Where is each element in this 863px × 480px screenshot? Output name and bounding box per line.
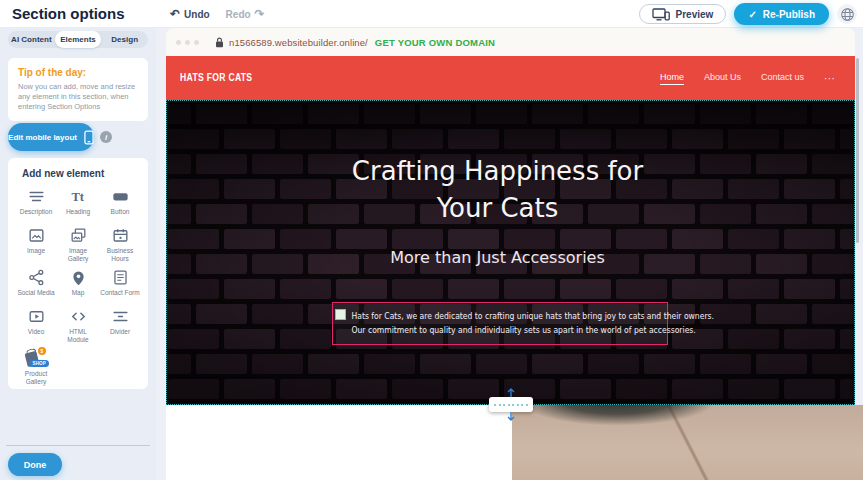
tip-body: Now you can add, move and resize any ele… (18, 82, 138, 112)
info-icon[interactable]: i (100, 131, 112, 143)
shop-badge: SHOP (29, 360, 49, 367)
hero-paragraph-line: Our commitment to quality and individual… (352, 323, 649, 337)
next-section-carpet-photo[interactable] (512, 405, 863, 480)
video-icon (27, 307, 46, 326)
topbar-actions: Preview ✓ Re-Publish (639, 0, 857, 28)
sidebar-tabs: AI Content Elements Design (8, 31, 148, 48)
add-element-divider[interactable]: Divider (99, 307, 141, 343)
undo-button[interactable]: ↶ Undo (170, 8, 210, 20)
tab-elements[interactable]: Elements (55, 31, 102, 48)
social-media-icon (27, 268, 46, 287)
arrow-down-icon (506, 412, 516, 421)
hero-paragraph-lines: Hats for Cats, we are dedicated to craft… (335, 309, 665, 337)
add-element-product-gallery[interactable]: $ SHOP Product Gallery (15, 349, 57, 385)
hero-subheading[interactable]: More than Just Accessories (167, 248, 828, 267)
page-title: Section options (12, 5, 125, 22)
add-element-contact-form[interactable]: Contact Form (99, 268, 141, 301)
add-element-image-gallery[interactable]: Image Gallery (57, 226, 99, 262)
preview-button[interactable]: Preview (639, 4, 727, 24)
hero-paragraph-selected[interactable]: Hats for Cats, we are dedicated to craft… (332, 302, 668, 345)
arrow-up-icon (506, 388, 516, 397)
phone-icon (84, 130, 94, 145)
tip-title: Tip of the day: (18, 67, 138, 78)
done-button[interactable]: Done (8, 453, 62, 476)
hero-content: Crafting Happiness for Your Cats More th… (167, 101, 854, 404)
tip-of-the-day-card: Tip of the day: Now you can add, move an… (8, 58, 148, 121)
devices-icon (652, 8, 670, 21)
hero-section-selected[interactable]: Crafting Happiness for Your Cats More th… (166, 100, 855, 405)
html-module-icon (69, 307, 88, 326)
add-element-title: Add new element (22, 168, 141, 179)
new-badge: $ (38, 347, 46, 355)
next-section-blank[interactable] (166, 405, 512, 480)
heading-icon: Tt (69, 187, 88, 206)
redo-icon: ↷ (255, 8, 265, 20)
element-resize-handle[interactable] (335, 309, 346, 320)
add-element-business-hours[interactable]: Business Hours (99, 226, 141, 262)
add-element-video[interactable]: Video (15, 307, 57, 343)
hero-heading[interactable]: Crafting Happiness for Your Cats (333, 153, 663, 227)
undo-label: Undo (184, 9, 210, 20)
add-new-element-panel: Add new element Description Tt Heading B… (8, 158, 148, 389)
product-gallery-icon: $ SHOP (24, 349, 48, 368)
divider-icon (111, 307, 130, 326)
redo-label: Redo (226, 9, 251, 20)
image-icon (27, 226, 46, 245)
element-grid: Description Tt Heading Button I (15, 187, 141, 385)
site-header: HATS FOR CATS Home About Us Contact us ⋯ (166, 56, 855, 100)
business-hours-icon (111, 226, 130, 245)
add-element-image[interactable]: Image (15, 226, 57, 262)
browser-chrome: n1566589.websitebuilder.online/ GET YOUR… (166, 28, 855, 56)
nav-contact-us[interactable]: Contact us (761, 72, 804, 84)
description-icon (27, 187, 46, 206)
preview-scrollbar[interactable] (856, 58, 859, 243)
topbar: Section options ↶ Undo Redo ↷ Preview (0, 0, 863, 28)
undo-icon: ↶ (170, 8, 180, 20)
window-dot (185, 40, 190, 45)
site-logo[interactable]: HATS FOR CATS (180, 71, 252, 83)
add-element-social-media[interactable]: Social Media (15, 268, 57, 301)
tab-ai-content[interactable]: AI Content (8, 31, 55, 48)
url-text[interactable]: n1566589.websitebuilder.online/ (229, 37, 368, 48)
contact-form-icon (111, 268, 130, 287)
get-your-own-domain-link[interactable]: GET YOUR OWN DOMAIN (375, 37, 495, 48)
tab-design[interactable]: Design (101, 31, 148, 48)
button-icon (111, 187, 130, 206)
republish-label: Re-Publish (763, 9, 815, 20)
redo-button[interactable]: Redo ↷ (226, 8, 265, 20)
window-dot (176, 40, 181, 45)
republish-button[interactable]: ✓ Re-Publish (734, 3, 829, 25)
add-element-description[interactable]: Description (15, 187, 57, 220)
image-gallery-icon (69, 226, 88, 245)
sidebar: AI Content Elements Design Tip of the da… (0, 28, 156, 480)
add-element-button[interactable]: Button (99, 187, 141, 220)
hero-paragraph-line: Hats for Cats, we are dedicated to craft… (352, 309, 649, 323)
preview-label: Preview (676, 9, 714, 20)
add-element-map[interactable]: Map (57, 268, 99, 301)
svg-text:Tt: Tt (71, 190, 84, 204)
language-globe-button[interactable] (837, 4, 857, 24)
globe-icon (840, 7, 855, 22)
edit-mobile-layout-button[interactable]: Edit mobile layout (8, 123, 94, 151)
app: Section options ↶ Undo Redo ↷ Preview (0, 0, 863, 480)
map-pin-icon (69, 268, 88, 287)
section-height-drag-handle[interactable] (489, 397, 533, 412)
check-icon: ✓ (748, 9, 756, 20)
sidebar-divider (6, 445, 150, 446)
nav-more-icon[interactable]: ⋯ (824, 73, 835, 84)
lock-icon (215, 37, 224, 48)
site-nav: Home About Us Contact us ⋯ (660, 56, 835, 100)
nav-home[interactable]: Home (660, 72, 684, 85)
add-element-html-module[interactable]: HTML Module (57, 307, 99, 343)
add-element-heading[interactable]: Tt Heading (57, 187, 99, 220)
window-dot (194, 40, 199, 45)
nav-about-us[interactable]: About Us (704, 72, 741, 84)
edit-mobile-label: Edit mobile layout (8, 133, 77, 142)
undo-redo-group: ↶ Undo Redo ↷ (170, 0, 265, 28)
